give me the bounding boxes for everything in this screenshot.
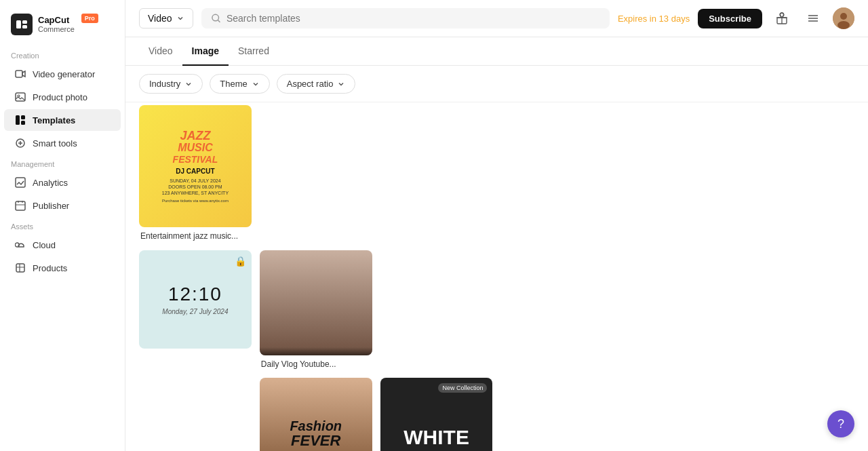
new-collection-badge: New Collection (438, 383, 487, 393)
industry-filter[interactable]: Industry (139, 74, 203, 94)
filters-area: Industry Theme Aspect ratio (125, 66, 868, 102)
tab-image[interactable]: Image (182, 37, 229, 66)
svg-rect-10 (16, 178, 25, 187)
pro-badge: Pro (81, 14, 98, 23)
svg-rect-4 (16, 93, 25, 101)
management-label: Management (0, 155, 125, 171)
search-bar[interactable] (201, 8, 610, 28)
svg-point-16 (840, 13, 847, 20)
logo-text: CapCutCommerce (38, 16, 75, 33)
sidebar: CapCutCommerce Pro Creation Video genera… (0, 0, 125, 451)
search-icon (211, 13, 221, 24)
video-icon (15, 68, 26, 79)
svg-rect-6 (16, 115, 20, 125)
subscribe-button[interactable]: Subscribe (698, 9, 762, 28)
help-button[interactable]: ? (827, 410, 854, 437)
sidebar-item-video-generator[interactable]: Video generator (4, 63, 121, 85)
box-icon (15, 262, 26, 273)
question-icon: ? (837, 417, 844, 431)
card-clock[interactable]: 🔒 12:10 Monday, 27 July 2024 (139, 250, 252, 353)
aspect-ratio-filter[interactable]: Aspect ratio (277, 74, 356, 94)
card-white-black[interactable]: New Collection WHITE AND BLACK www.capcu… (380, 378, 493, 451)
topbar: Video Expires in 13 days Subscribe (125, 0, 868, 37)
logo-icon (11, 14, 33, 35)
vlog-thumbnail (260, 250, 372, 355)
tabs-area: Video Image Starred (125, 37, 868, 66)
svg-rect-12 (16, 264, 24, 272)
fashion-thumbnail: Fashion FEVER Save Big on Summer Styles!… (260, 378, 372, 451)
svg-rect-11 (16, 201, 25, 210)
sidebar-item-cloud[interactable]: Cloud (4, 234, 121, 256)
svg-rect-1 (22, 20, 27, 24)
assets-label: Assets (0, 217, 125, 233)
card-fashion[interactable]: Fashion FEVER Save Big on Summer Styles!… (260, 378, 372, 451)
card-daily-vlog[interactable]: Daily Vlog Youtube... (260, 250, 372, 370)
creation-label: Creation (0, 46, 125, 62)
svg-point-13 (212, 14, 218, 21)
tools-icon (15, 138, 26, 149)
jazz-thumbnail: JAZZ MUSIC FESTIVAL DJ CAPCUT SUNDAY, 04… (139, 105, 252, 227)
topbar-right: Expires in 13 days Subscribe (618, 7, 854, 30)
card-label: Daily Vlog Youtube... (260, 359, 372, 370)
sidebar-item-analytics[interactable]: Analytics (4, 172, 121, 193)
main-content: Video Expires in 13 days Subscribe Video… (125, 0, 868, 451)
hamburger-icon (807, 12, 819, 24)
sidebar-item-publisher[interactable]: Publisher (4, 195, 121, 216)
clock-thumbnail: 🔒 12:10 Monday, 27 July 2024 (139, 250, 252, 349)
svg-rect-8 (21, 121, 25, 125)
sidebar-item-product-photo[interactable]: Product photo (4, 86, 121, 108)
sidebar-item-smart-tools[interactable]: Smart tools (4, 132, 121, 154)
svg-rect-0 (16, 20, 21, 28)
svg-point-5 (18, 95, 20, 97)
sidebar-item-templates[interactable]: Templates (4, 109, 121, 131)
chevron-down-icon (176, 14, 184, 22)
avatar[interactable] (833, 7, 854, 29)
sidebar-item-products[interactable]: Products (4, 257, 121, 279)
chart-icon (15, 177, 26, 188)
svg-rect-2 (22, 25, 27, 28)
menu-button[interactable] (802, 7, 825, 30)
image-icon (15, 92, 26, 102)
tab-starred[interactable]: Starred (229, 37, 279, 66)
content-type-dropdown[interactable]: Video (139, 8, 193, 28)
lock-icon: 🔒 (235, 256, 246, 267)
template-grid: JAZZ MUSIC FESTIVAL DJ CAPCUT SUNDAY, 04… (125, 102, 868, 451)
svg-rect-7 (21, 115, 25, 119)
card-jazz[interactable]: JAZZ MUSIC FESTIVAL DJ CAPCUT SUNDAY, 04… (139, 105, 252, 242)
grid-icon (15, 115, 26, 125)
expires-text: Expires in 13 days (618, 14, 690, 24)
cloud-icon (15, 239, 26, 250)
chevron-down-icon (337, 80, 345, 88)
logo-area[interactable]: CapCutCommerce Pro (0, 8, 125, 46)
chevron-down-icon (252, 80, 260, 88)
gift-button[interactable] (770, 7, 793, 30)
theme-filter[interactable]: Theme (210, 74, 269, 94)
gift-icon (776, 12, 788, 24)
card-label: Entertainment jazz music... (139, 231, 252, 242)
tab-video[interactable]: Video (139, 37, 182, 66)
search-input[interactable] (226, 13, 600, 24)
svg-point-17 (837, 21, 850, 29)
svg-rect-3 (16, 71, 22, 77)
calendar-icon (15, 200, 26, 211)
wb-thumbnail: New Collection WHITE AND BLACK www.capcu… (380, 378, 493, 451)
chevron-down-icon (184, 80, 193, 88)
avatar-icon (833, 7, 854, 29)
